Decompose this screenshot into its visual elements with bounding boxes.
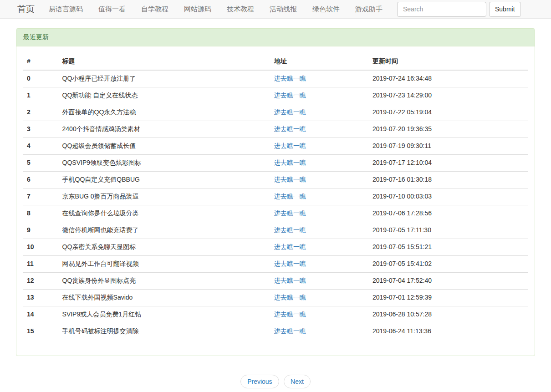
row-title: 在线下载外国视频Savido bbox=[59, 289, 270, 306]
row-index: 13 bbox=[23, 289, 59, 306]
navbar: 首页 易语言源码值得一看自学教程网站源码技术教程活动线报绿色软件游戏助手 Sub… bbox=[0, 0, 551, 19]
row-title: QQ小程序已经开放注册了 bbox=[59, 70, 270, 87]
row-link[interactable]: 进去瞧一瞧 bbox=[274, 176, 306, 183]
table-row: 1 QQ新功能 自定义在线状态 进去瞧一瞧 2019-07-23 14:29:0… bbox=[23, 87, 528, 104]
nav-item-2[interactable]: 自学教程 bbox=[133, 5, 176, 14]
row-title: 外面接单的QQ永久方法稳 bbox=[59, 104, 270, 121]
row-index: 9 bbox=[23, 222, 59, 239]
row-title: 京东BUG 0撸百万商品装逼 bbox=[59, 188, 270, 205]
row-link-cell: 进去瞧一瞧 bbox=[270, 255, 369, 272]
row-title: SVIP9或大会员免费1月红钻 bbox=[59, 306, 270, 323]
pager: Previous Next bbox=[16, 375, 535, 388]
main-container: 最近更新 # 标题 地址 更新时间 0 QQ小程序已 bbox=[16, 28, 535, 388]
submit-button[interactable]: Submit bbox=[489, 2, 521, 17]
row-title: QQ贵族身份外显图标点亮 bbox=[59, 272, 270, 289]
row-index: 4 bbox=[23, 137, 59, 154]
table-body: 0 QQ小程序已经开放注册了 进去瞧一瞧 2019-07-24 16:34:48… bbox=[23, 70, 528, 340]
row-time: 2019-07-05 15:51:21 bbox=[369, 239, 528, 255]
row-index: 10 bbox=[23, 239, 59, 255]
row-title: QQ超级会员领储蓄成长值 bbox=[59, 137, 270, 154]
row-link[interactable]: 进去瞧一瞧 bbox=[274, 92, 306, 99]
nav-item-0[interactable]: 易语言源码 bbox=[41, 5, 91, 14]
table-row: 15 手机号码被标注明提交清除 进去瞧一瞧 2019-06-24 11:13:3… bbox=[23, 323, 528, 339]
table-row: 2 外面接单的QQ永久方法稳 进去瞧一瞧 2019-07-22 05:19:04 bbox=[23, 104, 528, 121]
column-header-title: 标题 bbox=[59, 53, 270, 70]
nav-item-7[interactable]: 游戏助手 bbox=[347, 5, 390, 14]
row-link-cell: 进去瞧一瞧 bbox=[270, 239, 369, 255]
row-title: 微信停机断网也能充话费了 bbox=[59, 222, 270, 239]
nav-item-6[interactable]: 绿色软件 bbox=[305, 5, 347, 14]
row-link[interactable]: 进去瞧一瞧 bbox=[274, 260, 306, 267]
row-link-cell: 进去瞧一瞧 bbox=[270, 323, 369, 339]
row-title: QQ新功能 自定义在线状态 bbox=[59, 87, 270, 104]
row-time: 2019-07-20 19:36:35 bbox=[369, 121, 528, 137]
nav-item-5[interactable]: 活动线报 bbox=[262, 5, 305, 14]
row-link[interactable]: 进去瞧一瞧 bbox=[274, 294, 306, 301]
row-time: 2019-06-24 11:13:36 bbox=[369, 323, 528, 339]
table-row: 9 微信停机断网也能充话费了 进去瞧一瞧 2019-07-05 17:11:30 bbox=[23, 222, 528, 239]
row-link[interactable]: 进去瞧一瞧 bbox=[274, 277, 306, 284]
table-row: 11 网易见外工作台可翻译视频 进去瞧一瞧 2019-07-05 15:41:0… bbox=[23, 255, 528, 272]
table-row: 6 手机QQ自定义充值QBBUG 进去瞧一瞧 2019-07-16 01:30:… bbox=[23, 171, 528, 188]
row-link[interactable]: 进去瞧一瞧 bbox=[274, 108, 306, 116]
row-link-cell: 进去瞧一瞧 bbox=[270, 70, 369, 87]
search-form: Submit bbox=[397, 2, 521, 17]
row-title: 手机号码被标注明提交清除 bbox=[59, 323, 270, 339]
search-input[interactable] bbox=[397, 2, 486, 17]
row-time: 2019-07-16 01:30:18 bbox=[369, 171, 528, 188]
panel-title: 最近更新 bbox=[16, 29, 535, 46]
row-index: 12 bbox=[23, 272, 59, 289]
nav-links: 易语言源码值得一看自学教程网站源码技术教程活动线报绿色软件游戏助手 bbox=[41, 5, 390, 14]
row-title: QQSVIP9领取变色炫彩图标 bbox=[59, 154, 270, 171]
nav-brand-home[interactable]: 首页 bbox=[17, 3, 35, 15]
row-link[interactable]: 进去瞧一瞧 bbox=[274, 142, 306, 149]
row-link[interactable]: 进去瞧一瞧 bbox=[274, 125, 306, 132]
table-row: 10 QQ亲密关系免聊天显图标 进去瞧一瞧 2019-07-05 15:51:2… bbox=[23, 239, 528, 255]
row-title: 2400个抖音情感鸡汤类素材 bbox=[59, 121, 270, 137]
row-link-cell: 进去瞧一瞧 bbox=[270, 272, 369, 289]
row-link[interactable]: 进去瞧一瞧 bbox=[274, 243, 306, 250]
row-link[interactable]: 进去瞧一瞧 bbox=[274, 226, 306, 234]
row-index: 14 bbox=[23, 306, 59, 323]
row-index: 3 bbox=[23, 121, 59, 137]
column-header-index: # bbox=[23, 53, 59, 70]
recent-updates-panel: 最近更新 # 标题 地址 更新时间 0 QQ小程序已 bbox=[16, 28, 535, 356]
row-index: 5 bbox=[23, 154, 59, 171]
previous-button[interactable]: Previous bbox=[240, 375, 279, 388]
row-index: 6 bbox=[23, 171, 59, 188]
row-link[interactable]: 进去瞧一瞧 bbox=[274, 75, 306, 82]
row-link[interactable]: 进去瞧一瞧 bbox=[274, 311, 306, 318]
row-link[interactable]: 进去瞧一瞧 bbox=[274, 327, 306, 335]
nav-item-1[interactable]: 值得一看 bbox=[91, 5, 133, 14]
row-time: 2019-07-01 12:59:39 bbox=[369, 289, 528, 306]
table-row: 0 QQ小程序已经开放注册了 进去瞧一瞧 2019-07-24 16:34:48 bbox=[23, 70, 528, 87]
nav-item-3[interactable]: 网站源码 bbox=[176, 5, 219, 14]
row-time: 2019-07-10 00:03:03 bbox=[369, 188, 528, 205]
row-index: 15 bbox=[23, 323, 59, 339]
row-link-cell: 进去瞧一瞧 bbox=[270, 188, 369, 205]
row-link[interactable]: 进去瞧一瞧 bbox=[274, 193, 306, 200]
row-link-cell: 进去瞧一瞧 bbox=[270, 289, 369, 306]
row-link-cell: 进去瞧一瞧 bbox=[270, 154, 369, 171]
row-time: 2019-07-05 15:41:02 bbox=[369, 255, 528, 272]
row-title: 网易见外工作台可翻译视频 bbox=[59, 255, 270, 272]
table-row: 8 在线查询你是什么垃圾分类 进去瞧一瞧 2019-07-06 17:28:56 bbox=[23, 205, 528, 222]
column-header-time: 更新时间 bbox=[369, 53, 528, 70]
table-row: 7 京东BUG 0撸百万商品装逼 进去瞧一瞧 2019-07-10 00:03:… bbox=[23, 188, 528, 205]
table-row: 14 SVIP9或大会员免费1月红钻 进去瞧一瞧 2019-06-28 10:5… bbox=[23, 306, 528, 323]
next-button[interactable]: Next bbox=[284, 375, 311, 388]
row-link-cell: 进去瞧一瞧 bbox=[270, 121, 369, 137]
nav-item-4[interactable]: 技术教程 bbox=[219, 5, 262, 14]
row-link-cell: 进去瞧一瞧 bbox=[270, 222, 369, 239]
row-index: 8 bbox=[23, 205, 59, 222]
row-link-cell: 进去瞧一瞧 bbox=[270, 137, 369, 154]
table-row: 5 QQSVIP9领取变色炫彩图标 进去瞧一瞧 2019-07-17 12:10… bbox=[23, 154, 528, 171]
row-title: 在线查询你是什么垃圾分类 bbox=[59, 205, 270, 222]
row-time: 2019-07-06 17:28:56 bbox=[369, 205, 528, 222]
row-time: 2019-07-04 17:52:40 bbox=[369, 272, 528, 289]
row-time: 2019-07-17 12:10:04 bbox=[369, 154, 528, 171]
row-link-cell: 进去瞧一瞧 bbox=[270, 205, 369, 222]
row-link[interactable]: 进去瞧一瞧 bbox=[274, 209, 306, 217]
row-link[interactable]: 进去瞧一瞧 bbox=[274, 159, 306, 166]
row-index: 7 bbox=[23, 188, 59, 205]
